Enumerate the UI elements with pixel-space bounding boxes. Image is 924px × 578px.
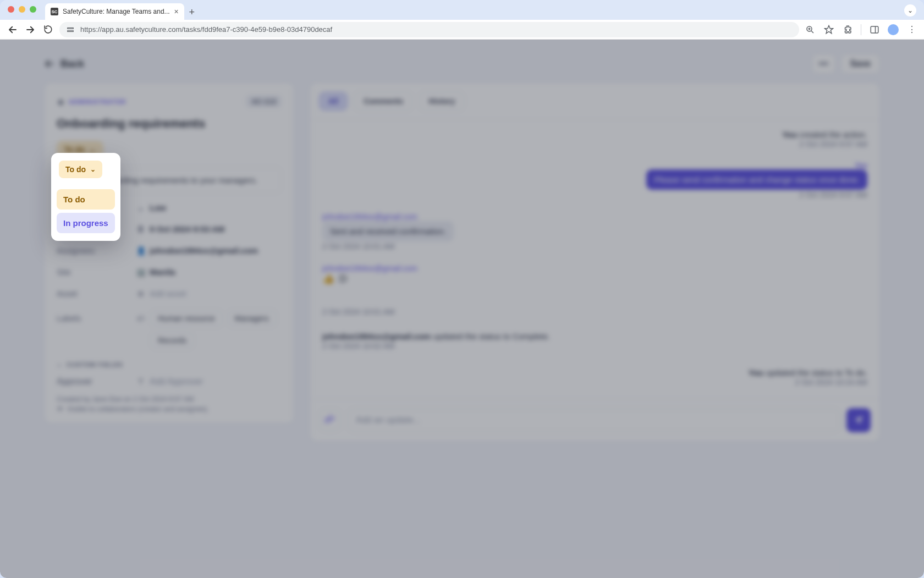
status-dropdown-popover: To do ⌄ To do In progress (51, 153, 120, 241)
browser-toolbar: https://app.au.safetyculture.com/tasks/f… (0, 20, 924, 40)
nav-back-button[interactable] (7, 24, 19, 36)
window-controls (8, 6, 36, 13)
new-tab-button[interactable]: + (184, 4, 200, 20)
minimize-window-icon[interactable] (19, 6, 25, 13)
toolbar-right-icons: ⋮ (805, 24, 917, 35)
browser-tabbar: SC SafetyCulture: Manage Teams and... × … (0, 0, 924, 20)
browser-window: SC SafetyCulture: Manage Teams and... × … (0, 0, 924, 578)
chevron-down-icon: ⌄ (90, 166, 96, 173)
browser-tab[interactable]: SC SafetyCulture: Manage Teams and... × (45, 3, 184, 20)
site-info-icon[interactable] (66, 25, 75, 34)
extensions-icon[interactable] (842, 24, 853, 35)
svg-rect-2 (68, 27, 74, 29)
kebab-menu-icon[interactable]: ⋮ (906, 24, 917, 35)
address-bar[interactable]: https://app.au.safetyculture.com/tasks/f… (59, 22, 799, 37)
bookmark-icon[interactable] (823, 24, 834, 35)
tab-title: SafetyCulture: Manage Teams and... (63, 8, 170, 15)
zoom-icon[interactable] (805, 24, 816, 35)
app-viewport: Back ••• Save ◈ ADMINISTRATOR AC-113 (0, 40, 924, 578)
divider (861, 24, 861, 35)
svg-rect-9 (871, 26, 878, 33)
maximize-window-icon[interactable] (30, 6, 36, 13)
close-tab-icon[interactable]: × (174, 7, 179, 16)
favicon-icon: SC (51, 8, 58, 15)
reload-button[interactable] (42, 24, 54, 36)
svg-rect-3 (68, 30, 74, 31)
status-option-todo[interactable]: To do (57, 189, 115, 210)
svg-marker-8 (825, 25, 833, 33)
url-text: https://app.au.safetyculture.com/tasks/f… (80, 25, 332, 34)
close-window-icon[interactable] (8, 6, 14, 13)
modal-backdrop[interactable] (0, 40, 924, 578)
svg-line-5 (811, 31, 813, 33)
status-option-in-progress[interactable]: In progress (57, 213, 115, 233)
sidepanel-icon[interactable] (869, 24, 880, 35)
profile-avatar-icon[interactable] (888, 24, 899, 35)
tabs-dropdown-icon[interactable]: ⌄ (904, 4, 916, 16)
status-dropdown-trigger[interactable]: To do ⌄ (59, 161, 102, 178)
nav-forward-button[interactable] (24, 24, 36, 36)
